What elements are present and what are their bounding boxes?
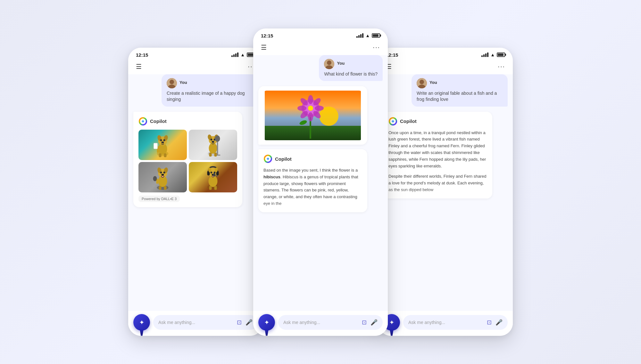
status-icons-center: ▲ (356, 33, 380, 38)
user-name-left: You (179, 80, 187, 85)
svg-point-57 (327, 61, 331, 65)
camera-icon-left[interactable]: ⊡ (237, 319, 242, 326)
dog-img-2 (189, 130, 237, 160)
input-area-left: ✦ Ask me anything... ⊡ 🎤 (128, 311, 263, 336)
copilot-logo-right (388, 117, 397, 126)
svg-rect-41 (164, 186, 167, 190)
copilot-name-right: Copilot (400, 118, 417, 124)
svg-point-70 (315, 106, 324, 111)
chat-fab-center[interactable]: ✦ (258, 314, 275, 331)
camera-icon-right[interactable]: ⊡ (487, 319, 492, 326)
input-box-left[interactable]: Ask me anything... ⊡ 🎤 (153, 315, 258, 330)
hamburger-icon-center[interactable]: ☰ (261, 44, 267, 51)
dog-img-4 (189, 162, 237, 192)
svg-rect-16 (164, 153, 167, 157)
svg-point-1 (170, 80, 174, 84)
svg-point-11 (163, 139, 165, 141)
svg-rect-14 (154, 143, 158, 149)
user-message-right: You Write an original fable about a fish… (383, 74, 508, 107)
svg-point-39 (153, 176, 157, 181)
camera-icon-center[interactable]: ⊡ (362, 319, 367, 326)
nav-bar-right: ☰ ··· (378, 60, 513, 74)
flower-image (263, 91, 363, 140)
user-name-center: You (337, 61, 345, 66)
mic-icon-right[interactable]: 🎤 (495, 319, 503, 326)
input-placeholder-center: Ask me anything... (283, 320, 320, 325)
status-icons-right: ▲ (481, 52, 505, 57)
status-bar-right: 12:15 ▲ (378, 48, 513, 60)
svg-rect-54 (209, 186, 212, 190)
mic-icon-center[interactable]: 🎤 (370, 319, 378, 326)
svg-point-10 (160, 139, 162, 141)
copilot-name-left: Copilot (150, 118, 167, 124)
svg-rect-15 (159, 153, 162, 157)
input-box-center[interactable]: Ask me anything... ⊡ 🎤 (278, 315, 383, 330)
center-chat-area: You What kind of flower is this? (253, 55, 388, 311)
dog-img-1 (138, 130, 187, 160)
copilot-logo-center (263, 154, 272, 163)
dog-image-grid (138, 130, 237, 192)
nav-bar-center: ☰ ··· (253, 41, 388, 55)
input-placeholder-left: Ask me anything... (158, 320, 195, 325)
svg-point-79 (420, 80, 424, 84)
user-text-right: Write an original fable about a fish and… (417, 91, 497, 102)
copilot-bubble-right: Copilot Once upon a time, in a tranquil … (383, 112, 492, 198)
status-bar-left: 12:15 ▲ (128, 48, 263, 60)
mic-icon-left[interactable]: 🎤 (246, 319, 253, 326)
svg-point-12 (162, 142, 164, 143)
input-area-center: ✦ Ask me anything... ⊡ 🎤 (253, 311, 388, 336)
user-text-center: What kind of flower is this? (324, 71, 378, 77)
center-phone: 12:15 ▲ ☰ ··· (253, 28, 388, 336)
avatar-right (417, 78, 427, 88)
hamburger-icon-left[interactable]: ☰ (136, 63, 142, 70)
svg-point-67 (308, 95, 313, 104)
svg-point-68 (308, 112, 313, 121)
avatar-center (324, 59, 334, 69)
svg-point-26 (215, 135, 220, 142)
svg-point-37 (162, 174, 164, 176)
user-message-left: You Create a realistic image of a happy … (133, 74, 258, 107)
more-icon-center[interactable]: ··· (373, 44, 380, 51)
avatar-left (167, 78, 177, 88)
svg-point-35 (160, 172, 162, 174)
svg-rect-28 (209, 153, 212, 157)
copilot-bubble-center: Copilot Based on the image you sent, I t… (258, 149, 367, 212)
right-chat-area: You Write an original fable about a fish… (378, 74, 513, 311)
battery-icon-center (372, 33, 380, 38)
battery-icon-right (497, 53, 505, 57)
nav-bar-left: ☰ ··· (128, 60, 263, 74)
time-center: 12:15 (261, 33, 273, 38)
left-chat-area: You Create a realistic image of a happy … (128, 74, 263, 311)
chat-fab-left[interactable]: ✦ (133, 314, 150, 331)
right-phone: 12:15 ▲ ☰ ··· (378, 48, 513, 336)
copilot-name-center: Copilot (275, 156, 292, 162)
svg-rect-55 (214, 186, 217, 190)
svg-point-69 (297, 106, 306, 111)
flower-image-bubble (258, 86, 367, 145)
input-area-right: ✦ Ask me anything... ⊡ 🎤 (378, 311, 513, 336)
status-bar-center: 12:15 ▲ (253, 28, 388, 41)
signal-center (356, 33, 363, 38)
svg-rect-29 (214, 153, 217, 157)
chat-plus-icon-right: ✦ (389, 319, 395, 326)
input-placeholder-right: Ask me anything... (408, 320, 445, 325)
svg-rect-40 (159, 186, 162, 190)
chat-plus-icon-left: ✦ (139, 319, 145, 326)
svg-point-66 (308, 106, 313, 111)
copilot-text-center: Based on the image you sent, I think the… (263, 167, 362, 207)
user-text-left: Create a realistic image of a happy dog … (167, 91, 245, 102)
input-box-right[interactable]: Ask me anything... ⊡ 🎤 (403, 315, 508, 330)
svg-point-24 (212, 141, 214, 143)
svg-point-18 (209, 143, 217, 154)
more-icon-right[interactable]: ··· (498, 63, 505, 70)
svg-point-22 (211, 139, 212, 141)
dog-img-3 (138, 162, 187, 192)
copilot-logo-left (138, 117, 147, 126)
powered-badge: Powered by DALL•E 3 (138, 196, 180, 202)
status-icons-left: ▲ (231, 52, 255, 57)
chat-plus-icon-center: ✦ (264, 319, 270, 326)
left-phone: 12:15 ▲ ☰ ··· (128, 48, 263, 336)
svg-point-50 (214, 172, 216, 174)
svg-point-49 (211, 172, 212, 174)
svg-point-36 (163, 172, 165, 174)
